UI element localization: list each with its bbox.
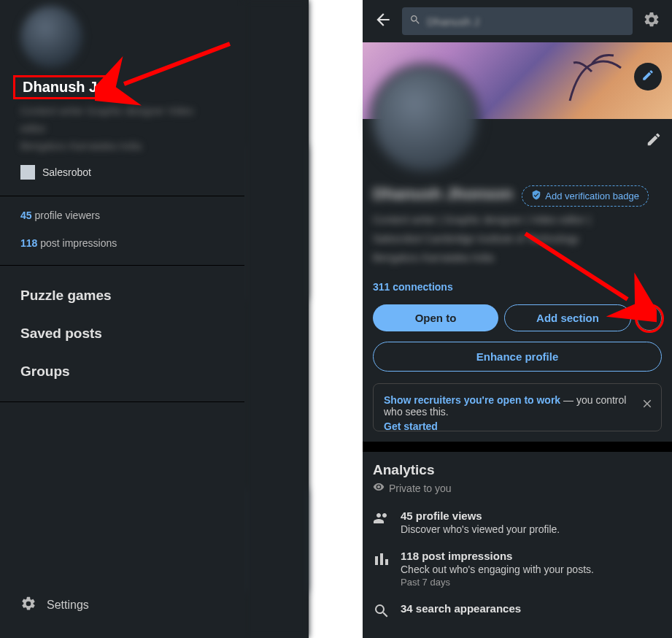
open-to-button[interactable]: Open to <box>373 304 498 331</box>
gear-icon <box>643 11 660 31</box>
annotation-circle <box>635 304 664 333</box>
profile-body: Dhanush Jhonson Add verification badge C… <box>363 119 672 623</box>
analytics-heading: 34 search appearances <box>401 602 521 615</box>
analytics-title: Analytics <box>373 462 662 478</box>
company-name: Salesrobot <box>42 166 91 178</box>
settings-link[interactable]: Settings <box>20 596 89 615</box>
topbar <box>363 0 672 42</box>
stat-count: 45 <box>20 210 32 221</box>
avatar[interactable] <box>20 6 82 68</box>
edit-banner-button[interactable] <box>634 63 662 91</box>
location-blurred: Bengaluru Karnataka India <box>373 252 662 264</box>
close-icon <box>641 401 654 412</box>
nav-saved-posts[interactable]: Saved posts <box>0 304 244 342</box>
analytics-heading: 45 profile views <box>401 510 560 522</box>
verify-label: Add verification badge <box>545 191 639 201</box>
search-icon <box>409 14 421 28</box>
arrow-left-icon <box>374 10 393 32</box>
eye-icon <box>373 481 385 495</box>
search-box[interactable] <box>402 7 633 35</box>
private-label: Private to you <box>389 483 452 494</box>
education-blurred: Salesrobot Cambridge Institute of Techno… <box>373 233 662 245</box>
open-to-work-card[interactable]: Show recruiters you're open to work — yo… <box>373 383 662 431</box>
divider <box>0 196 244 196</box>
stat-label: post impressions <box>37 237 117 249</box>
more-button[interactable]: ••• <box>637 306 662 331</box>
company-row[interactable]: Salesrobot <box>20 165 244 180</box>
sidebar: Dhanush J Content writer Graphic designe… <box>0 6 244 638</box>
stat-label: profile viewers <box>32 210 100 221</box>
settings-button[interactable] <box>638 8 665 34</box>
profile-viewers-link[interactable]: 45 profile viewers <box>20 210 244 221</box>
analytics-heading: 118 post impressions <box>401 550 594 562</box>
settings-label: Settings <box>47 599 89 612</box>
stat-count: 118 <box>20 237 37 249</box>
company-logo <box>20 165 35 180</box>
connections-link[interactable]: 311 connections <box>373 281 662 293</box>
search-input[interactable] <box>427 15 625 28</box>
private-indicator: Private to you <box>373 481 662 495</box>
headline-blurred: Content writer | Graphic designer | Vide… <box>373 214 662 226</box>
headline-blurred: editor <box>20 123 244 134</box>
profile-name-blurred: Dhanush Jhonson <box>373 185 513 204</box>
card-title: Show recruiters you're open to work <box>384 394 560 406</box>
gear-icon <box>20 596 36 615</box>
section-gap <box>363 442 672 452</box>
right-panel: Dhanush Jhonson Add verification badge C… <box>363 0 672 638</box>
banner-artwork <box>555 50 643 108</box>
left-panel: Dhanush J Content writer Graphic designe… <box>0 0 309 638</box>
analytics-sub: Discover who's viewed your profile. <box>401 523 560 535</box>
search-icon <box>373 602 390 623</box>
headline-blurred: Content writer Graphic designer Video <box>20 105 244 117</box>
feed-blur <box>244 0 309 638</box>
analytics-post-impressions[interactable]: 118 post impressions Check out who's eng… <box>373 550 662 588</box>
divider <box>0 401 244 402</box>
location-blurred: Bengaluru Karnataka India <box>20 140 244 152</box>
shield-check-icon <box>531 190 541 202</box>
analytics-timeframe: Past 7 days <box>401 577 594 588</box>
verification-badge-button[interactable]: Add verification badge <box>522 185 649 207</box>
close-card-button[interactable] <box>641 397 654 412</box>
nav-puzzle-games[interactable]: Puzzle games <box>0 266 244 304</box>
post-impressions-link[interactable]: 118 post impressions <box>20 237 244 249</box>
analytics-profile-views[interactable]: 45 profile views Discover who's viewed y… <box>373 510 662 535</box>
action-button-row: Open to Add section ••• <box>373 304 662 331</box>
profile-name-highlighted[interactable]: Dhanush J <box>13 75 107 99</box>
back-button[interactable] <box>370 8 396 34</box>
bar-chart-icon <box>373 550 390 588</box>
analytics-search-appearances[interactable]: 34 search appearances <box>373 602 662 623</box>
analytics-sub: Check out who's engaging with your posts… <box>401 564 594 575</box>
pencil-icon <box>641 69 654 85</box>
add-section-button[interactable]: Add section <box>504 304 631 331</box>
card-cta[interactable]: Get started <box>384 420 633 431</box>
enhance-profile-button[interactable]: Enhance profile <box>373 342 662 372</box>
nav-groups[interactable]: Groups <box>0 342 244 380</box>
people-icon <box>373 510 390 535</box>
